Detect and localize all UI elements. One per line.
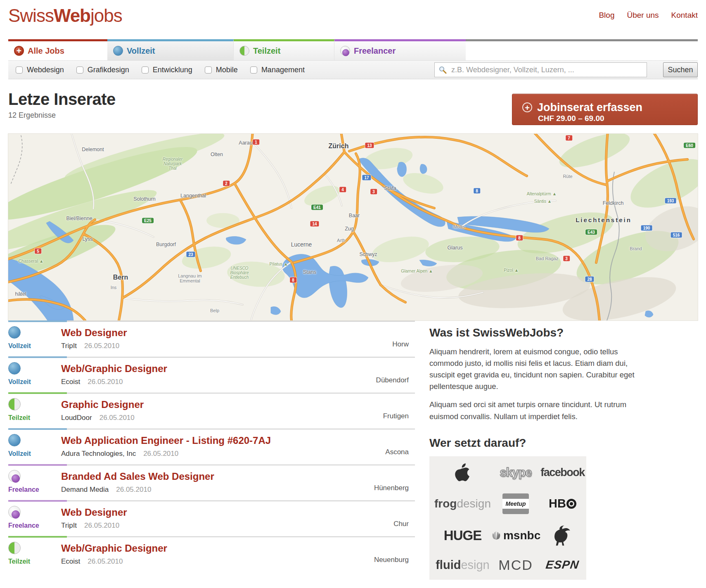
client-logos-panel: skype facebook frog design Meetup HB HUG… [429,456,586,580]
job-location: Horw [392,340,409,349]
job-list: Vollzeit Web Designer TripIt26.05.2010 H… [8,320,415,580]
job-listing[interactable]: Vollzeit Web Designer TripIt26.05.2010 H… [8,320,415,356]
tab-label: Vollzeit [127,46,155,56]
filter-mobile[interactable]: Mobile [205,66,238,74]
job-listing[interactable]: Teilzeit Graphic Designer LoudDoor26.05.… [8,392,415,428]
filter-label: Webdesign [27,66,64,74]
mcd-logo: MCD [498,557,533,573]
job-listing[interactable]: Vollzeit Web/Graphic Designer Ecoist26.0… [8,356,415,392]
goat-logo-icon [553,525,571,546]
checkbox[interactable] [142,66,149,74]
tab-label: Teilzeit [253,46,280,56]
job-type-tabs: Alle Jobs Vollzeit Teilzeit Freelancer [8,39,698,60]
job-location: Chur [393,520,409,528]
search-button[interactable]: Suchen [663,62,698,77]
job-title-link[interactable]: Web Application Engineer - Listing #620-… [61,435,271,446]
content: Vollzeit Web Designer TripIt26.05.2010 H… [8,320,698,580]
page: SwissWebjobs Blog Über uns Kontakt Alle … [0,0,706,588]
fluidesign-logo: fluidesign [436,558,490,572]
teilzeit-icon [8,542,21,554]
job-location: Hünenberg [374,484,409,492]
plus-icon: + [522,102,532,112]
teilzeit-icon [239,46,249,56]
freelance-icon [8,506,21,518]
job-location: Frutigen [383,412,409,420]
clients-title: Wer setzt darauf? [429,436,638,450]
filter-grafikdesign[interactable]: Grafikdesign [76,66,129,74]
job-type-label: Freelance [8,522,61,529]
filter-label: Grafikdesign [88,66,129,74]
filter-label: Entwicklung [153,66,192,74]
vollzeit-icon [8,362,21,375]
job-date: 26.05.2010 [143,450,178,458]
skype-logo: skype [500,466,531,479]
msnbc-logo: msnbc [491,529,540,542]
apple-logo-icon [454,463,471,483]
job-title-link[interactable]: Web/Graphic Designer [61,363,167,375]
brand-part1: Swiss [8,5,54,26]
job-title-link[interactable]: Branded Ad Sales Web Designer [61,471,214,482]
job-date: 26.05.2010 [88,557,123,565]
job-type-label: Vollzeit [8,342,61,350]
job-date: 26.05.2010 [100,414,135,422]
job-listing[interactable]: Vollzeit Web Application Engineer - List… [8,428,415,464]
search-input[interactable] [434,62,647,77]
job-type-label: Freelance [8,486,61,493]
job-company: LoudDoor [61,414,92,422]
job-listing[interactable]: Freelance Web Designer TripIt26.05.2010 … [8,500,415,536]
job-title-link[interactable]: Web/Graphic Designer [61,543,167,554]
nav-ueber-uns[interactable]: Über uns [627,11,659,20]
job-title-link[interactable]: Web Designer [61,327,127,339]
job-type-label: Teilzeit [8,414,61,422]
sidebar: Was ist SwissWebJobs? Aliquam hendrerit,… [429,320,638,580]
checkbox[interactable] [16,66,23,74]
switzerland-map[interactable]: DelemontAarauOltenZürichRegionaler Natur… [8,134,698,320]
checkbox[interactable] [205,66,212,74]
nav-blog[interactable]: Blog [599,11,614,20]
hbo-o-icon [566,499,576,509]
job-date: 26.05.2010 [84,522,119,529]
checkbox[interactable] [250,66,257,74]
freelancer-icon [340,46,350,56]
tab-bar-filler [466,39,698,60]
tab-freelancer[interactable]: Freelancer [334,39,466,60]
job-type-label: Vollzeit [8,450,61,458]
job-title-link[interactable]: Web Designer [61,507,127,518]
post-job-button[interactable]: +Jobinserat erfassen CHF 29.00 – 69.00 [512,94,698,125]
nav-kontakt[interactable]: Kontakt [671,11,698,20]
brand-logo[interactable]: SwissWebjobs [8,6,122,26]
peacock-icon [491,531,502,541]
espn-logo: ESPN [545,558,580,571]
category-filters: Webdesign Grafikdesign Entwicklung Mobil… [16,66,434,74]
job-location: Dübendorf [376,376,409,384]
job-listing[interactable]: Teilzeit Web/Graphic Designer Ecoist26.0… [8,536,415,572]
job-type-label: Teilzeit [8,558,61,565]
cta-title: Jobinserat erfassen [537,101,642,114]
job-listing[interactable]: Freelance Branded Ad Sales Web Designer … [8,464,415,500]
frog-design-logo: frog design [434,497,491,510]
tab-vollzeit[interactable]: Vollzeit [107,39,234,60]
job-title-link[interactable]: Graphic Designer [61,399,144,410]
top-nav: Blog Über uns Kontakt [599,6,698,20]
brand-part3: jobs [90,5,122,26]
vollzeit-icon [8,434,21,446]
filter-webdesign[interactable]: Webdesign [16,66,64,74]
tab-alle-jobs[interactable]: Alle Jobs [8,39,107,60]
hbo-logo: HB [549,497,576,510]
cta-price: CHF 29.00 – 69.00 [538,114,604,123]
tab-label: Freelancer [354,46,396,56]
vollzeit-icon [113,46,123,56]
tab-teilzeit[interactable]: Teilzeit [234,39,334,60]
facebook-logo: facebook [540,466,585,479]
filter-entwicklung[interactable]: Entwicklung [142,66,192,74]
filter-label: Mobile [216,66,238,74]
job-company: Ecoist [61,557,80,565]
vollzeit-icon [8,326,21,339]
checkbox[interactable] [76,66,83,74]
filter-management[interactable]: Management [250,66,305,74]
freelance-icon [8,470,21,482]
brand-part2: Web [54,5,90,26]
about-paragraph-2: Aliquam sed orci sit amet turpis ornare … [429,399,638,422]
job-company: Adura Technologies, Inc [61,450,136,458]
job-date: 26.05.2010 [88,378,123,386]
